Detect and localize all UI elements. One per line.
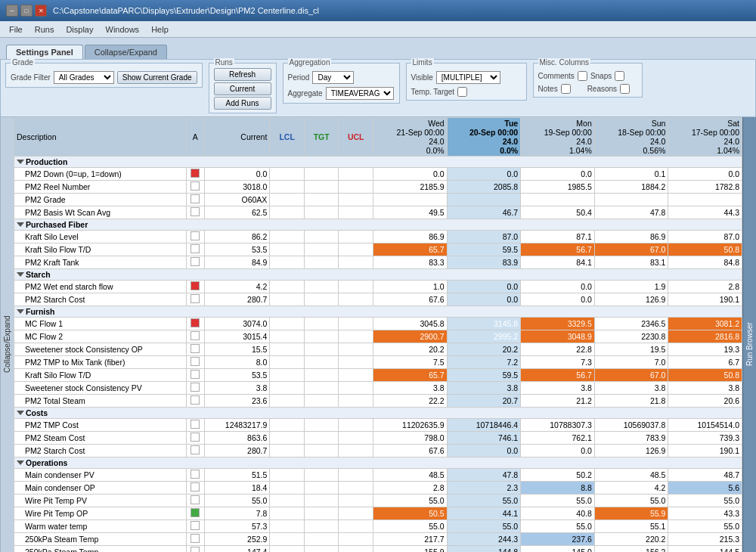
tab-collapse-expand[interactable]: Collapse/Expand (85, 45, 167, 59)
row-c3: 87.1 (521, 231, 595, 243)
row-current: 8.0 (204, 356, 270, 369)
menu-display[interactable]: Display (60, 23, 99, 36)
row-c4: 3.8 (594, 382, 668, 395)
add-runs-button[interactable]: Add Runs (214, 97, 271, 110)
row-indicator (186, 281, 204, 293)
row-lcl (270, 231, 305, 243)
row-ucl (339, 432, 373, 445)
row-c2: 55.0 (447, 495, 521, 507)
row-desc: 250kPa Steam Temp (14, 546, 187, 553)
snaps-checkbox[interactable] (615, 71, 624, 81)
comments-checkbox[interactable] (578, 71, 587, 81)
header-a: A (186, 118, 204, 157)
row-c2: 59.5 (447, 243, 521, 256)
row-c3: 55.0 (521, 520, 595, 533)
row-c1: 65.7 (373, 243, 447, 256)
row-current: 3.8 (204, 382, 270, 395)
run-browser-sidebar[interactable]: Run Browser (742, 117, 756, 552)
section-header-furnish[interactable]: Furnish (14, 306, 742, 318)
row-tgt (304, 445, 339, 457)
row-c3: 22.8 (521, 343, 595, 356)
row-c2: 0.0 (447, 445, 521, 457)
row-ucl (339, 168, 373, 181)
menu-file[interactable]: File (3, 23, 29, 36)
row-c5: 2.8 (668, 281, 742, 293)
current-button[interactable]: Current (214, 82, 271, 95)
section-header-purchased-fiber[interactable]: Purchased Fiber (14, 219, 742, 231)
row-c4 (594, 194, 668, 206)
tab-settings-panel[interactable]: Settings Panel (6, 45, 83, 59)
section-header-costs[interactable]: Costs (14, 408, 742, 419)
row-c3: 40.8 (521, 507, 595, 520)
row-indicator (186, 330, 204, 343)
section-header-production[interactable]: Production (14, 157, 742, 168)
section-header-operations[interactable]: Operations (14, 457, 742, 469)
row-current: 51.5 (204, 469, 270, 482)
temp-target-label: Temp. Target (411, 88, 455, 96)
row-lcl (270, 507, 305, 520)
row-c4: 86.9 (594, 231, 668, 243)
indicator-empty (191, 547, 200, 552)
collapse-expand-sidebar[interactable]: Collapse/Expand (0, 117, 14, 552)
temp-target-checkbox[interactable] (457, 87, 467, 97)
minimize-button[interactable]: ─ (6, 5, 18, 17)
row-indicator (186, 395, 204, 408)
close-button[interactable]: ✕ (35, 5, 47, 17)
row-c3: 21.2 (521, 395, 595, 408)
comments-label: Comments (538, 72, 575, 80)
row-c4: 48.5 (594, 469, 668, 482)
aggregate-select[interactable]: TIMEAVERAGESUMMINMAX (326, 87, 394, 100)
menu-help[interactable]: Help (145, 23, 175, 36)
row-c4: 1884.2 (594, 181, 668, 194)
notes-checkbox[interactable] (561, 84, 571, 94)
row-desc: Main condenser OP (14, 482, 187, 495)
row-current: 252.9 (204, 533, 270, 546)
row-c3: 8.8 (521, 482, 595, 495)
row-tgt (304, 231, 339, 243)
row-indicator (186, 546, 204, 553)
row-c5: 50.8 (668, 369, 742, 382)
row-lcl (270, 382, 305, 395)
row-c2: 0.0 (447, 281, 521, 293)
row-tgt (304, 520, 339, 533)
refresh-button[interactable]: Refresh (214, 68, 271, 81)
table-container[interactable]: Description A Current LCL TGT UCL Wed 21… (14, 117, 742, 552)
row-current: 84.9 (204, 256, 270, 269)
table-row: Warm water temp 57.3 55.0 55.0 55.0 55.1… (14, 520, 742, 533)
row-c5: 43.3 (668, 507, 742, 520)
maximize-button[interactable]: □ (20, 5, 33, 17)
row-c2: 20.7 (447, 395, 521, 408)
reasons-checkbox[interactable] (620, 84, 630, 94)
row-tgt (304, 533, 339, 546)
row-indicator (186, 168, 204, 181)
row-tgt (304, 318, 339, 330)
window-controls[interactable]: ─ □ ✕ (6, 5, 47, 17)
menu-runs[interactable]: Runs (29, 23, 60, 36)
limits-group: Limits Visible [MULTIPLE] Temp. Target (406, 63, 527, 101)
section-header-starch[interactable]: Starch (14, 269, 742, 281)
row-lcl (270, 395, 305, 408)
row-c2: 244.3 (447, 533, 521, 546)
row-c2: 0.0 (447, 293, 521, 306)
row-desc: PM2 Wet end starch flow (14, 281, 187, 293)
visible-select[interactable]: [MULTIPLE] (436, 71, 500, 84)
row-current: 3018.0 (204, 181, 270, 194)
row-c4: 67.0 (594, 243, 668, 256)
row-c1: 2900.7 (373, 330, 447, 343)
table-row: Kraft Silo Level 86.2 86.9 87.0 87.1 86.… (14, 231, 742, 243)
row-indicator (186, 520, 204, 533)
row-lcl (270, 469, 305, 482)
row-desc: Kraft Silo Flow T/D (14, 369, 187, 382)
show-current-grade-button[interactable]: Show Current Grade (117, 71, 197, 84)
period-select[interactable]: DayHourWeek (312, 71, 354, 84)
row-c5: 87.0 (668, 231, 742, 243)
row-tgt (304, 395, 339, 408)
row-c1: 67.6 (373, 293, 447, 306)
menu-windows[interactable]: Windows (100, 23, 146, 36)
header-col2: Tue 20-Sep 00:00 24.0 0.0% (447, 118, 521, 157)
table-row: Kraft Silo Flow T/D 53.5 65.7 59.5 56.7 … (14, 369, 742, 382)
grade-filter-select[interactable]: All Grades (54, 71, 114, 84)
row-c3: 762.1 (521, 432, 595, 445)
row-lcl (270, 318, 305, 330)
row-c2 (447, 194, 521, 206)
